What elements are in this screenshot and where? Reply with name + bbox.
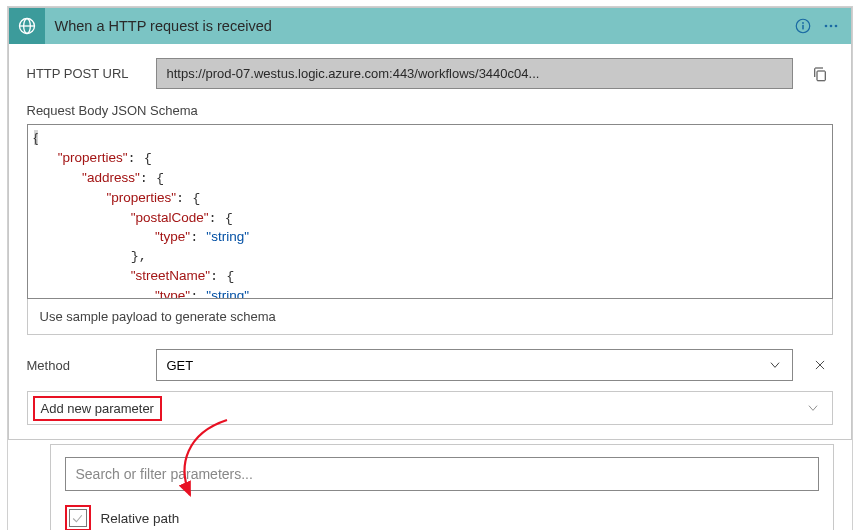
url-label: HTTP POST URL — [27, 66, 142, 81]
method-label: Method — [27, 358, 142, 373]
svg-point-8 — [834, 25, 837, 28]
svg-rect-9 — [817, 71, 825, 81]
parameter-search-input[interactable] — [65, 457, 819, 491]
http-post-url: https://prod-07.westus.logic.azure.com:4… — [156, 58, 793, 89]
schema-label: Request Body JSON Schema — [27, 103, 833, 118]
check-icon — [71, 512, 84, 525]
more-icon[interactable] — [821, 16, 841, 36]
info-icon[interactable] — [793, 16, 813, 36]
http-trigger-icon — [9, 8, 45, 44]
relative-path-label: Relative path — [101, 511, 180, 526]
svg-point-4 — [802, 22, 804, 24]
sample-payload-link[interactable]: Use sample payload to generate schema — [27, 298, 833, 335]
chevron-down-icon — [768, 358, 782, 372]
svg-rect-5 — [802, 25, 804, 30]
copy-url-button[interactable] — [807, 61, 833, 87]
method-value: GET — [167, 358, 194, 373]
trigger-header: When a HTTP request is received — [9, 8, 851, 44]
method-select[interactable]: GET — [156, 349, 793, 381]
trigger-title: When a HTTP request is received — [45, 18, 793, 34]
json-schema-editor[interactable]: { "properties": { "address": { "properti… — [27, 124, 833, 299]
clear-method-button[interactable] — [807, 352, 833, 378]
parameter-dropdown-panel: Relative path — [50, 444, 834, 530]
add-param-label: Add new parameter — [33, 396, 162, 421]
chevron-down-icon — [806, 401, 820, 415]
svg-point-7 — [829, 25, 832, 28]
relative-path-checkbox[interactable] — [69, 509, 87, 527]
svg-point-6 — [824, 25, 827, 28]
add-new-parameter[interactable]: Add new parameter — [27, 391, 833, 425]
